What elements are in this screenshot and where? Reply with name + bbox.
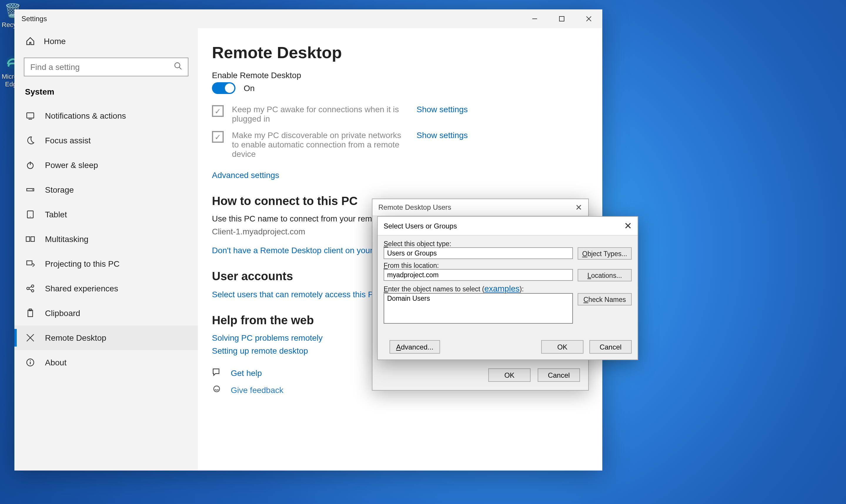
sidebar-item-clipboard[interactable]: Clipboard <box>14 301 198 325</box>
sug-title: Select Users or Groups <box>384 222 457 230</box>
search-icon <box>174 62 182 72</box>
sidebar-item-focus-assist[interactable]: Focus assist <box>14 128 198 153</box>
select-users-link[interactable]: Select users that can remotely access th… <box>212 290 380 299</box>
svg-line-20 <box>29 287 32 288</box>
notifications-icon <box>25 111 36 121</box>
tablet-icon <box>25 210 36 219</box>
search-input[interactable] <box>30 62 174 72</box>
sidebar-item-label: About <box>45 358 66 367</box>
feedback-icon <box>212 384 223 395</box>
svg-point-17 <box>27 287 29 290</box>
enable-label: Enable Remote Desktop <box>212 71 588 80</box>
power-icon <box>25 160 36 170</box>
storage-icon <box>25 185 36 194</box>
rdu-ok-button[interactable]: OK <box>488 368 531 382</box>
svg-point-18 <box>32 285 34 287</box>
from-location-field[interactable] <box>384 269 573 281</box>
sidebar-item-projecting[interactable]: Projecting to this PC <box>14 251 198 276</box>
close-button[interactable] <box>575 10 602 28</box>
minimize-button[interactable] <box>521 10 548 28</box>
show-settings-link-1[interactable]: Show settings <box>416 105 468 114</box>
share-icon <box>25 284 36 293</box>
sidebar-item-label: Focus assist <box>45 136 91 145</box>
sidebar-item-remote-desktop[interactable]: Remote Desktop <box>14 325 198 350</box>
sidebar-item-label: Multitasking <box>45 234 88 244</box>
rdu-cancel-button[interactable]: Cancel <box>538 368 580 382</box>
svg-point-27 <box>214 386 220 392</box>
keep-awake-checkbox[interactable] <box>212 105 224 117</box>
maximize-button[interactable] <box>548 10 575 28</box>
svg-point-5 <box>175 63 180 68</box>
svg-point-13 <box>30 216 31 217</box>
home-icon <box>25 36 36 46</box>
check-names-button[interactable]: Check Names <box>577 293 632 305</box>
toggle-state: On <box>244 84 255 93</box>
advanced-settings-link[interactable]: Advanced settings <box>212 170 279 180</box>
sidebar-item-storage[interactable]: Storage <box>14 177 198 202</box>
sidebar-item-label: Storage <box>45 185 74 194</box>
clipboard-icon <box>25 308 36 318</box>
multitask-icon <box>25 234 36 244</box>
get-help-icon <box>212 367 223 378</box>
get-help-link[interactable]: Get help <box>231 368 262 377</box>
sidebar-item-shared-experiences[interactable]: Shared experiences <box>14 276 198 301</box>
sug-close-button[interactable]: ✕ <box>624 220 632 231</box>
sug-cancel-button[interactable]: Cancel <box>589 340 632 354</box>
sidebar-section-header: System <box>14 87 198 103</box>
object-type-field[interactable] <box>384 247 573 259</box>
remote-icon <box>25 333 36 342</box>
examples-link[interactable]: examples <box>484 284 520 293</box>
locations-button[interactable]: Locations... <box>577 269 632 281</box>
svg-rect-14 <box>26 237 30 241</box>
sidebar-item-label: Remote Desktop <box>45 333 106 342</box>
object-names-textarea[interactable] <box>384 293 573 324</box>
rdu-title: Remote Desktop Users <box>378 203 451 212</box>
from-location-label: From this location: <box>384 262 632 269</box>
svg-line-6 <box>179 67 182 69</box>
moon-icon <box>25 136 36 145</box>
sidebar-home-label: Home <box>44 36 66 46</box>
give-feedback-link[interactable]: Give feedback <box>231 385 283 394</box>
svg-rect-15 <box>31 237 34 241</box>
select-users-or-groups-dialog: Select Users or Groups ✕ Select this obj… <box>377 216 638 360</box>
keep-awake-label: Keep my PC awake for connections when it… <box>232 105 408 123</box>
svg-rect-2 <box>559 16 564 21</box>
svg-point-11 <box>32 189 33 190</box>
sidebar-item-label: Power & sleep <box>45 160 98 170</box>
object-type-label: Select this object type: <box>384 240 632 247</box>
sidebar-item-power-sleep[interactable]: Power & sleep <box>14 153 198 177</box>
search-box[interactable] <box>24 58 188 76</box>
svg-point-26 <box>30 360 31 361</box>
window-title: Settings <box>14 15 47 23</box>
sidebar-item-label: Shared experiences <box>45 284 118 293</box>
svg-rect-16 <box>27 261 32 265</box>
settings-window: Settings Home System <box>14 10 602 470</box>
sidebar-item-tablet[interactable]: Tablet <box>14 202 198 227</box>
sidebar-item-label: Projecting to this PC <box>45 259 120 268</box>
titlebar: Settings <box>14 10 602 28</box>
project-icon <box>25 259 36 268</box>
discoverable-label: Make my PC discoverable on private netwo… <box>232 130 408 159</box>
advanced-button[interactable]: Advanced... <box>390 340 440 354</box>
sidebar-item-about[interactable]: About <box>14 350 198 375</box>
sidebar-item-label: Tablet <box>45 210 67 219</box>
sidebar-home[interactable]: Home <box>14 28 198 54</box>
svg-point-19 <box>32 290 34 292</box>
sug-ok-button[interactable]: OK <box>541 340 584 354</box>
sidebar-item-multitasking[interactable]: Multitasking <box>14 227 198 251</box>
sidebar-item-label: Clipboard <box>45 308 80 318</box>
svg-rect-22 <box>28 310 33 317</box>
sidebar: Home System Notifications & actions Focu… <box>14 28 198 470</box>
discoverable-checkbox[interactable] <box>212 131 224 143</box>
sidebar-item-label: Notifications & actions <box>45 111 126 121</box>
rdu-close-button[interactable]: ✕ <box>575 203 582 212</box>
enable-toggle[interactable] <box>212 82 236 94</box>
info-icon <box>25 358 36 367</box>
sidebar-item-notifications[interactable]: Notifications & actions <box>14 103 198 128</box>
svg-line-21 <box>29 289 32 290</box>
enter-names-label: Enter the object names to select (exampl… <box>384 284 632 293</box>
page-title: Remote Desktop <box>212 43 588 62</box>
svg-rect-7 <box>27 113 34 118</box>
object-types-button[interactable]: Object Types... <box>577 247 632 259</box>
show-settings-link-2[interactable]: Show settings <box>416 130 468 140</box>
